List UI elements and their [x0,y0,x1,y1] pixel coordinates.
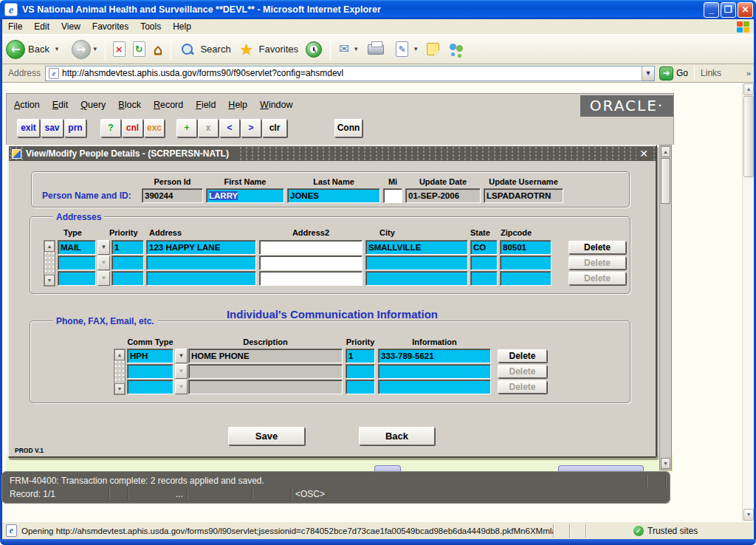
zipcode-field[interactable] [500,271,551,286]
edit-icon[interactable]: ✎ [396,41,408,57]
zipcode-field[interactable] [500,256,551,270]
history-icon[interactable] [306,41,322,58]
oracle-menu-query[interactable]: Query [80,100,106,110]
oracle-menu-field[interactable]: Field [196,100,216,110]
comm-type-field[interactable]: HPH [127,349,173,363]
discuss-icon[interactable] [427,43,439,55]
scroll-down-icon[interactable]: ▼ [114,383,125,394]
information-field[interactable]: 333-789-5621 [378,349,491,363]
information-field[interactable] [378,364,491,379]
close-button[interactable]: ✕ [738,2,753,18]
comm-type-field[interactable] [127,380,173,394]
comm-record-scrollbar[interactable]: ▲▼ [114,349,126,395]
mail-icon[interactable]: ✉ [339,41,349,57]
delete-record-button[interactable]: x [198,119,219,137]
oracle-menu-edit[interactable]: Edit [52,100,69,110]
address2-field[interactable] [259,256,362,270]
scroll-up-icon[interactable]: ▲ [661,146,670,157]
back-icon[interactable]: ← [6,40,25,59]
city-field[interactable]: SMALLVILLE [365,240,468,255]
save-button[interactable]: Save [228,427,305,445]
comm-type-dropdown-icon[interactable]: ▼ [175,364,188,379]
comm-delete-button[interactable]: Delete [498,349,547,363]
menu-help[interactable]: Help [167,20,197,33]
links-label[interactable]: Links [701,68,721,78]
menu-tools[interactable]: Tools [134,20,167,33]
menu-view[interactable]: View [55,20,86,33]
restore-button[interactable]: ❐ [721,2,736,18]
address-dropdown-icon[interactable]: ▼ [642,66,654,80]
exit-button[interactable]: exit [17,119,40,137]
form-scrollbar[interactable]: ▲ ▼ [659,145,672,470]
search-label[interactable]: Search [200,44,230,55]
address-field[interactable] [146,271,256,286]
priority-field[interactable] [111,256,144,270]
type-dropdown-icon[interactable]: ▼ [97,240,110,255]
scroll-down-icon[interactable]: ▼ [743,509,754,521]
conn-toolbar-button[interactable]: Conn [334,119,362,137]
type-dropdown-icon[interactable]: ▼ [97,271,110,286]
favorites-label[interactable]: Favorites [259,44,298,55]
edit-dropdown-icon[interactable]: ▼ [413,46,419,52]
priority-field[interactable]: 1 [111,240,144,255]
back-dropdown-icon[interactable]: ▼ [54,46,60,52]
address-delete-button[interactable]: Delete [568,241,626,254]
state-field[interactable]: CO [470,240,498,255]
city-field[interactable] [365,256,468,270]
scroll-up-icon[interactable]: ▲ [114,349,125,360]
state-field[interactable] [470,271,498,286]
last-name-field[interactable]: JONES [287,188,380,203]
back-label[interactable]: Back [28,44,49,55]
back-button[interactable]: Back [359,427,435,445]
previous-record-button[interactable]: < [219,119,240,137]
comm-type-dropdown-icon[interactable]: ▼ [175,380,188,394]
help-toolbar-button[interactable]: ? [100,119,121,137]
forward-icon[interactable]: → [72,40,91,59]
oracle-menu-help[interactable]: Help [228,100,247,110]
scrollbar-thumb[interactable] [743,96,754,177]
print-icon[interactable] [368,44,384,55]
minimize-button[interactable]: _ [704,2,719,18]
add-record-button[interactable]: + [176,119,197,137]
zipcode-field[interactable]: 80501 [500,240,551,255]
favorites-icon[interactable]: ★ [240,41,253,58]
comm-type-field[interactable] [127,364,173,379]
scrollbar-thumb[interactable] [661,158,670,204]
state-field[interactable] [470,256,498,270]
type-field[interactable] [58,271,96,286]
comm-priority-field[interactable] [346,380,375,394]
address-field[interactable] [146,256,256,270]
first-name-field[interactable]: LARRY [206,188,284,203]
address2-field[interactable] [259,240,362,255]
form-close-icon[interactable]: ✕ [636,147,651,160]
execute-toolbar-button[interactable]: exc [144,119,165,137]
go-button[interactable]: ➜ Go [659,66,688,80]
links-chevron-icon[interactable]: » [746,69,751,78]
address2-field[interactable] [259,271,362,286]
forward-dropdown-icon[interactable]: ▼ [92,46,98,52]
cancel-toolbar-button[interactable]: cnl [122,119,143,137]
browser-scrollbar[interactable]: ▲ ▼ [742,83,754,521]
type-dropdown-icon[interactable]: ▼ [97,256,110,270]
type-field[interactable]: MAIL [58,240,96,255]
city-field[interactable] [365,271,468,286]
address-url[interactable]: http://ahsmdevtest.aphis.usda.gov/forms9… [62,68,642,78]
print-toolbar-button[interactable]: prn [64,119,86,137]
scroll-up-icon[interactable]: ▲ [743,83,754,95]
address-input[interactable]: e http://ahsmdevtest.aphis.usda.gov/form… [45,66,655,81]
scroll-up-icon[interactable]: ▲ [44,241,55,252]
scroll-down-icon[interactable]: ▼ [661,458,670,469]
search-icon[interactable] [181,43,194,56]
save-toolbar-button[interactable]: sav [41,119,63,137]
comm-type-dropdown-icon[interactable]: ▼ [175,349,188,363]
mail-dropdown-icon[interactable]: ▼ [353,46,359,52]
oracle-menu-window[interactable]: Window [260,100,292,110]
clear-toolbar-button[interactable]: clr [262,119,287,137]
menu-favorites[interactable]: Favorites [86,20,134,33]
address-record-scrollbar[interactable]: ▲▼ [44,240,55,287]
next-record-button[interactable]: > [241,119,261,137]
comm-priority-field[interactable] [346,364,375,379]
information-field[interactable] [378,380,491,394]
oracle-menu-record[interactable]: Record [154,100,183,110]
menu-file[interactable]: File [2,20,28,33]
